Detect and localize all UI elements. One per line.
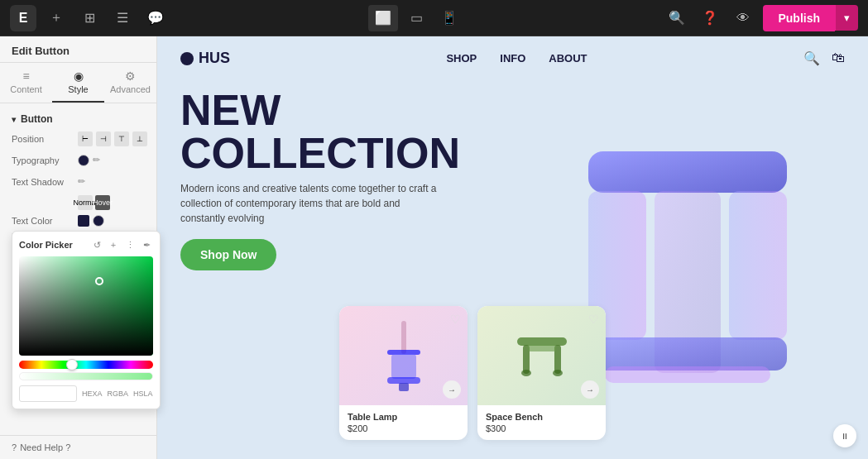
pos-center-button[interactable]: ⊣ — [96, 131, 111, 146]
tablet-button[interactable]: ▭ — [401, 5, 431, 31]
lamp-card-price: $200 — [348, 423, 459, 433]
pos-right-button[interactable]: ⊤ — [114, 131, 129, 146]
cp-title: Color Picker — [19, 240, 73, 250]
site-logo: HUS — [180, 50, 230, 67]
cp-hue-slider[interactable] — [19, 361, 153, 369]
mobile-button[interactable]: 📱 — [434, 5, 464, 31]
typography-color-dot[interactable] — [78, 155, 89, 166]
comments-button[interactable]: 💬 — [142, 5, 169, 31]
add-widget-button[interactable]: ＋ — [43, 5, 70, 31]
svg-rect-3 — [387, 377, 420, 384]
bench-card-image: ♡ → — [477, 306, 606, 405]
bench-card-name: Space Bench — [486, 412, 597, 422]
product-card-bench: ♡ → — [477, 306, 606, 440]
text-color-control — [78, 215, 104, 227]
lamp-card-arrow[interactable]: → — [443, 380, 461, 399]
shop-now-button[interactable]: Shop Now — [180, 239, 276, 270]
lamp-heart-icon[interactable]: ♡ — [450, 313, 461, 326]
cp-add-button[interactable]: + — [107, 238, 120, 251]
preview-button[interactable]: 👁 — [730, 5, 756, 31]
publish-dropdown-button[interactable]: ▾ — [835, 5, 858, 31]
cp-hue-thumb — [66, 359, 78, 371]
cp-cursor — [95, 277, 103, 285]
text-shadow-edit-icon[interactable]: ✏ — [78, 176, 89, 188]
navigator-button[interactable]: ☰ — [109, 5, 136, 31]
typography-controls: ✏ — [78, 155, 145, 166]
normal-state-button[interactable]: Normal — [78, 195, 93, 210]
nav-shop-link[interactable]: SHOP — [446, 52, 477, 65]
text-color-dot[interactable] — [93, 215, 104, 227]
hero-section: NEW COLLECTION Modern icons and creative… — [157, 80, 868, 453]
site-logo-text: HUS — [199, 50, 230, 67]
product-card-lamp: ♡ → — [339, 306, 468, 440]
pause-button[interactable]: ⏸ — [833, 424, 856, 447]
canvas-area: HUS SHOP INFO ABOUT 🔍 🛍 NEW COLLECTIO — [157, 36, 868, 459]
typography-edit-icon[interactable]: ✏ — [93, 155, 104, 166]
cp-hex-row: #6ED91 HEXA RGBA HSLA — [19, 385, 153, 402]
hero-content: NEW COLLECTION Modern icons and creative… — [180, 80, 530, 453]
search-icon-button[interactable]: 🔍 — [664, 5, 690, 31]
pos-left-button[interactable]: ⊢ — [78, 131, 93, 146]
svg-rect-0 — [401, 321, 406, 354]
position-label: Position — [12, 134, 78, 144]
tab-style[interactable]: ◉ Style — [52, 63, 104, 103]
style-tab-label: Style — [68, 84, 88, 94]
typography-row: Typography ✏ — [0, 150, 156, 171]
text-shadow-controls: ✏ — [78, 176, 145, 188]
left-panel: Edit Button ≡ Content ◉ Style ⚙ Advanced… — [0, 36, 157, 459]
svg-rect-4 — [399, 383, 409, 391]
cp-gradient-area[interactable] — [19, 256, 153, 356]
help-button[interactable]: ❓ — [697, 5, 723, 31]
nav-search-icon[interactable]: 🔍 — [803, 50, 820, 66]
advanced-tab-icon: ⚙ — [125, 69, 136, 83]
bench-card-arrow[interactable]: → — [581, 380, 599, 399]
bench-heart-icon[interactable]: ♡ — [588, 313, 599, 326]
nav-icons: 🔍 🛍 — [803, 50, 845, 66]
text-shadow-label: Text Shadow — [12, 177, 78, 187]
text-color-hex-button[interactable] — [78, 215, 89, 227]
help-label[interactable]: Need Help ? — [20, 442, 70, 452]
state-toggle-row: Normal Hover — [0, 193, 156, 213]
cp-opacity-slider[interactable] — [19, 372, 153, 380]
nav-cart-icon[interactable]: 🛍 — [832, 50, 845, 66]
hover-state-button[interactable]: Hover — [95, 195, 110, 210]
panel-footer: ? Need Help ? — [0, 435, 156, 459]
style-tab-icon: ◉ — [74, 69, 84, 83]
logo-dot — [180, 52, 194, 65]
toolbar-left: E ＋ ⊞ ☰ 💬 — [10, 5, 169, 31]
position-controls: ⊢ ⊣ ⊤ ⊥ — [78, 131, 147, 146]
svg-point-10 — [553, 370, 563, 376]
button-section-label: Button — [21, 113, 53, 125]
section-arrow-icon: ▾ — [12, 115, 16, 124]
hero-title: NEW COLLECTION — [180, 88, 530, 175]
top-toolbar: E ＋ ⊞ ☰ 💬 ⬜ ▭ 📱 🔍 ❓ 👁 Publish ▾ — [0, 0, 868, 36]
cp-actions: ↺ + ⋮ ✒ — [90, 238, 153, 251]
cp-refresh-button[interactable]: ↺ — [90, 238, 103, 251]
nav-about-link[interactable]: ABOUT — [549, 52, 587, 65]
text-color-row: Text Color — [0, 213, 156, 229]
typography-label: Typography — [12, 155, 78, 165]
color-picker-panel: Color Picker ↺ + ⋮ ✒ #6ED91 HEXA RGBA H — [12, 231, 161, 409]
tab-advanced[interactable]: ⚙ Advanced — [104, 63, 156, 103]
desktop-button[interactable]: ⬜ — [368, 5, 398, 31]
cp-hex-input[interactable]: #6ED91 — [19, 385, 77, 402]
cp-eyedropper-button[interactable]: ✒ — [140, 238, 153, 251]
panel-tabs: ≡ Content ◉ Style ⚙ Advanced — [0, 63, 156, 103]
nav-info-link[interactable]: INFO — [500, 52, 525, 65]
svg-rect-11 — [588, 151, 787, 193]
svg-rect-15 — [588, 337, 787, 371]
text-shadow-row: Text Shadow ✏ — [0, 171, 156, 193]
cp-hexa-label: HEXA — [82, 390, 103, 398]
structure-button[interactable]: ⊞ — [76, 5, 103, 31]
elementor-logo[interactable]: E — [10, 5, 36, 31]
site-nav: HUS SHOP INFO ABOUT 🔍 🛍 — [157, 36, 868, 80]
pos-justify-button[interactable]: ⊥ — [132, 131, 147, 146]
tab-content[interactable]: ≡ Content — [0, 63, 52, 103]
cp-menu-button[interactable]: ⋮ — [123, 238, 137, 251]
lamp-card-image: ♡ → — [339, 306, 468, 405]
toolbar-right: 🔍 ❓ 👁 Publish ▾ — [664, 5, 858, 31]
hero-title-line1: NEW — [180, 88, 530, 131]
publish-button[interactable]: Publish — [763, 5, 835, 31]
button-section-header[interactable]: ▾ Button — [0, 110, 156, 128]
advanced-tab-label: Advanced — [110, 84, 151, 94]
